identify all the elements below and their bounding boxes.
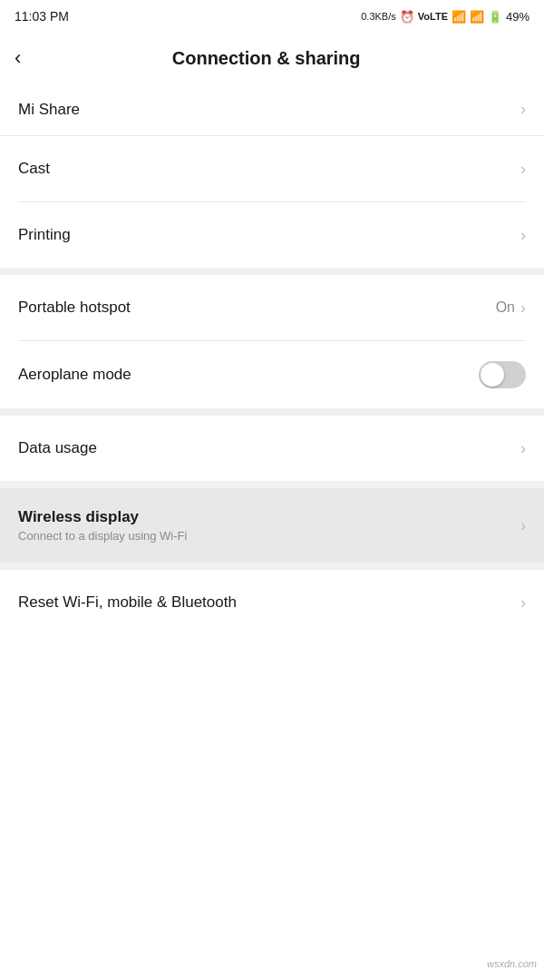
list-item-portable-hotspot[interactable]: Portable hotspot On ›	[0, 275, 544, 340]
battery-percent: 49%	[506, 10, 529, 24]
mi-share-title: Mi Share	[18, 101, 520, 119]
aeroplane-toggle[interactable]	[479, 361, 526, 388]
hotspot-label-group: Portable hotspot	[18, 299, 496, 317]
wireless-display-right: ›	[520, 516, 526, 535]
data-usage-title: Data usage	[18, 439, 520, 457]
reset-wifi-title: Reset Wi-Fi, mobile & Bluetooth	[18, 593, 520, 612]
mi-share-chevron: ›	[520, 100, 526, 119]
hotspot-title: Portable hotspot	[18, 299, 496, 317]
back-button[interactable]: ‹	[15, 43, 32, 74]
hotspot-chevron: ›	[520, 299, 526, 318]
data-usage-chevron: ›	[520, 439, 526, 458]
reset-wifi-chevron: ›	[520, 593, 526, 612]
page-title: Connection & sharing	[32, 48, 500, 69]
data-usage-right: ›	[520, 439, 526, 458]
wireless-display-label-group: Wireless display Connect to a display us…	[18, 508, 520, 543]
status-bar: 11:03 PM 0.3KB/s ⏰ VoLTE 📶 📶 🔋 49%	[0, 0, 544, 33]
section-divider-3	[0, 481, 544, 488]
aeroplane-title: Aeroplane mode	[18, 366, 479, 384]
hotspot-value: On	[496, 299, 515, 316]
section-divider-4	[0, 563, 544, 570]
mi-share-label-group: Mi Share	[18, 101, 520, 119]
section-divider-1	[0, 268, 544, 275]
status-icons: 0.3KB/s ⏰ VoLTE 📶 📶 🔋 49%	[361, 10, 529, 24]
cast-chevron: ›	[520, 160, 526, 179]
section-divider-2	[0, 408, 544, 416]
printing-chevron: ›	[520, 226, 526, 245]
reset-wifi-label-group: Reset Wi-Fi, mobile & Bluetooth	[18, 593, 520, 612]
wireless-display-chevron: ›	[520, 516, 526, 535]
volte-icon: VoLTE	[418, 11, 448, 22]
wifi-icon: 📶	[470, 10, 484, 24]
cast-title: Cast	[18, 160, 520, 178]
list-item-cast[interactable]: Cast ›	[0, 136, 544, 201]
aeroplane-label-group: Aeroplane mode	[18, 366, 479, 384]
list-item-data-usage[interactable]: Data usage ›	[0, 416, 544, 481]
cast-label-group: Cast	[18, 160, 520, 178]
printing-label-group: Printing	[18, 226, 520, 244]
toggle-knob	[481, 363, 504, 387]
printing-right: ›	[520, 226, 526, 245]
watermark: wsxdn.com	[487, 958, 537, 969]
list-item-mi-share[interactable]: Mi Share ›	[0, 83, 544, 136]
alarm-icon: ⏰	[400, 10, 414, 24]
aeroplane-right	[479, 361, 526, 388]
hotspot-right: On ›	[496, 299, 526, 318]
printing-title: Printing	[18, 226, 520, 244]
cast-right: ›	[520, 160, 526, 179]
list-item-wireless-display[interactable]: Wireless display Connect to a display us…	[0, 488, 544, 563]
list-item-printing[interactable]: Printing ›	[0, 202, 544, 268]
status-time: 11:03 PM	[15, 9, 69, 24]
battery-icon: 🔋	[488, 10, 502, 24]
network-speed: 0.3KB/s	[361, 11, 396, 22]
list-item-reset-wifi[interactable]: Reset Wi-Fi, mobile & Bluetooth ›	[0, 570, 544, 635]
header: ‹ Connection & sharing	[0, 33, 544, 83]
data-usage-label-group: Data usage	[18, 439, 520, 457]
wireless-display-subtitle: Connect to a display using Wi-Fi	[18, 529, 520, 543]
signal-icon: 📶	[452, 10, 466, 24]
list-item-aeroplane-mode[interactable]: Aeroplane mode	[0, 341, 544, 408]
wireless-display-title: Wireless display	[18, 508, 520, 526]
reset-wifi-right: ›	[520, 593, 526, 612]
mi-share-right: ›	[520, 100, 526, 119]
settings-list: Mi Share › Cast › Printing › Portable ho…	[0, 83, 544, 635]
